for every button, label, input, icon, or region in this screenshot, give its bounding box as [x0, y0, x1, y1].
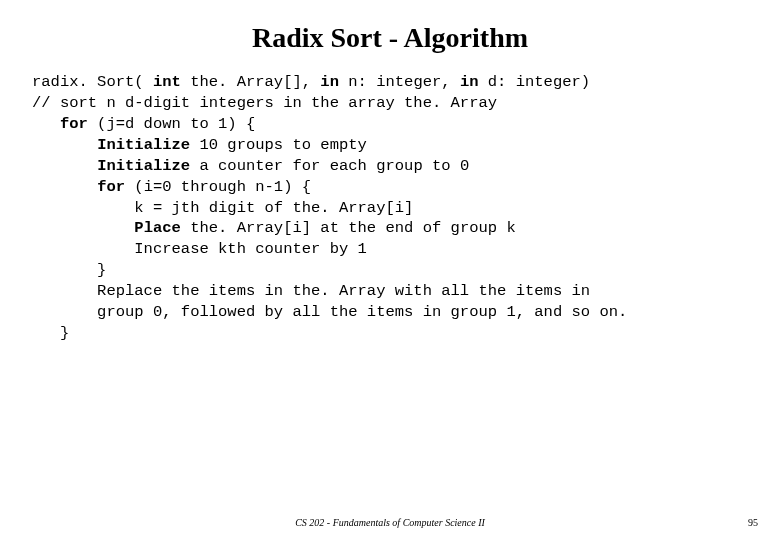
keyword-initialize: Initialize [97, 157, 190, 175]
code-text: the. Array[i] at the end of group k [181, 219, 516, 237]
slide-title: Radix Sort - Algorithm [0, 0, 780, 72]
code-text: } [32, 324, 69, 342]
code-text: 10 groups to empty [190, 136, 367, 154]
keyword-int: int [153, 73, 181, 91]
code-text: (j=d down to 1) { [88, 115, 255, 133]
code-text: k = jth digit of the. Array[i] [32, 199, 413, 217]
code-text [32, 115, 60, 133]
keyword-for: for [97, 178, 125, 196]
code-text: (i=0 through n-1) { [125, 178, 311, 196]
keyword-for: for [60, 115, 88, 133]
code-text [32, 178, 97, 196]
slide: Radix Sort - Algorithm radix. Sort( int … [0, 0, 780, 540]
code-text [32, 136, 97, 154]
code-text [32, 157, 97, 175]
keyword-in: in [320, 73, 339, 91]
code-text: n: integer, [339, 73, 460, 91]
keyword-place: Place [134, 219, 181, 237]
pseudocode-block: radix. Sort( int the. Array[], in n: int… [0, 72, 780, 344]
code-text: the. Array[], [181, 73, 321, 91]
code-text: } [32, 261, 106, 279]
page-number: 95 [748, 517, 758, 528]
code-text: Increase kth counter by 1 [32, 240, 367, 258]
keyword-in: in [460, 73, 479, 91]
code-text: radix. Sort( [32, 73, 153, 91]
code-text: Replace the items in the. Array with all… [32, 282, 590, 300]
footer-course-label: CS 202 - Fundamentals of Computer Scienc… [295, 517, 485, 528]
code-text: d: integer) [479, 73, 591, 91]
code-text: a counter for each group to 0 [190, 157, 469, 175]
keyword-initialize: Initialize [97, 136, 190, 154]
code-comment: // sort n d-digit integers in the array … [32, 94, 497, 112]
code-text [32, 219, 134, 237]
code-text: group 0, followed by all the items in gr… [32, 303, 627, 321]
